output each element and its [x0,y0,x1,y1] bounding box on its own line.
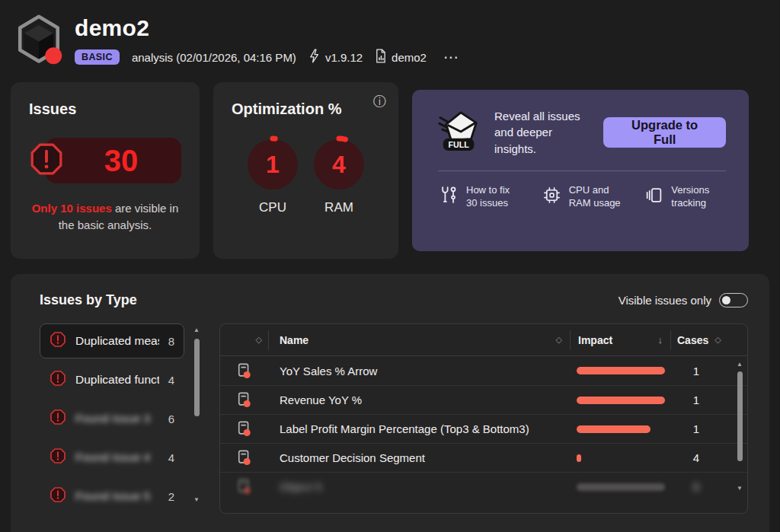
table-row[interactable]: Revenue YoY % 1 [220,385,747,414]
header-meta: BASIC analysis (02/01/2026, 04:16 PM) v1… [75,48,460,66]
measure-icon [220,420,269,438]
table-body: YoY Sales % Arrow 1 [220,356,747,501]
column-label: Name [280,334,308,346]
visible-issues-toggle-group: Visible issues only [619,293,748,307]
section-title: Issues by Type [40,292,137,308]
model-name-label: demo2 [392,51,427,64]
more-menu-button[interactable]: ⋯ [443,48,460,66]
gauge: 1 CPU [241,135,305,215]
section-head: Issues by Type Visible issues only [40,292,748,308]
impact-bar [577,425,651,433]
column-label: Cases [677,334,708,346]
sort-icon[interactable]: ◇ [556,335,562,345]
summary-cards-row: Issues 30 Only 10 issues are visible in … [11,82,769,259]
issue-type-item[interactable]: Found Issue 3 6 [40,401,184,436]
alert-octagon-icon [50,486,66,506]
upgrade-divider [438,170,726,171]
title-block: demo2 BASIC analysis (02/01/2026, 04:16 … [75,11,460,66]
issue-type-item[interactable]: Duplicated funct 4 [40,362,184,397]
alert-octagon-icon [50,331,66,351]
version-group: v1.9.12 [308,49,363,65]
toggle-label: Visible issues only [619,294,711,307]
issues-card: Issues 30 Only 10 issues are visible in … [11,82,200,259]
issue-type-count: 4 [168,374,174,387]
row-impact-cell [571,397,671,404]
alert-octagon-icon [50,409,66,428]
app-root: demo2 BASIC analysis (02/01/2026, 04:16 … [0,0,780,532]
section-content: Duplicated meas 8 Duplicated funct [40,323,748,514]
feature-label: CPU and RAM usage [569,183,624,210]
scrollbar-thumb[interactable] [194,339,200,416]
lightning-icon [308,49,320,65]
issue-type-list-panel: Duplicated meas 8 Duplicated funct [40,323,203,514]
list-scrollbar[interactable]: ▲ ▼ [192,327,201,503]
info-icon[interactable]: ⓘ [373,93,386,110]
row-cases: 1 [671,422,721,435]
issues-count-visual: 30 [29,138,181,183]
alert-octagon-icon [29,142,64,180]
upgrade-top-row: FULL Reveal all issues and deeper insigh… [438,108,726,157]
feature-cpu-ram: CPU and RAM usage [542,183,624,210]
column-label: Impact [578,334,612,346]
row-name: YoY Sales % Arrow [269,365,571,377]
gauges-row: 1 CPU 4 RAM [232,135,380,215]
table-row[interactable]: Object 5 8 [220,472,747,501]
row-name: Revenue YoY % [269,393,571,406]
issues-by-type-section: Issues by Type Visible issues only [11,274,769,532]
row-impact-cell [571,425,671,433]
column-header-impact[interactable]: Impact ↓ [571,330,671,350]
issue-type-list: Duplicated meas 8 Duplicated funct [40,323,184,514]
scroll-up-icon[interactable]: ▲ [735,361,744,368]
column-header-icon[interactable]: ◇ [220,330,269,350]
gauge-ring-icon: 4 [309,135,369,194]
model-group: demo2 [375,49,427,65]
issue-type-item[interactable]: Found Issue 4 4 [40,440,184,475]
table-scrollbar[interactable]: ▲ ▼ [735,361,744,492]
issue-type-item[interactable]: Duplicated meas 8 [40,323,184,358]
header: demo2 BASIC analysis (02/01/2026, 04:16 … [0,0,780,70]
issue-type-count: 2 [168,490,174,503]
issues-note: Only 10 issues are visible in the basic … [29,200,181,234]
gauge-label: CPU [241,200,305,215]
scroll-up-icon[interactable]: ▲ [192,327,201,333]
svg-text:FULL: FULL [448,140,469,149]
upgrade-card: FULL Reveal all issues and deeper insigh… [412,90,749,251]
impact-bar [577,454,581,462]
row-cases: 1 [671,393,721,406]
table-row[interactable]: Label Profit Margin Percentage (Top3 & B… [220,414,747,443]
issue-type-count: 8 [168,335,174,348]
scrollbar-thumb[interactable] [737,371,743,461]
feature-versions: Versions tracking [644,183,726,210]
measure-icon [220,391,269,409]
upgrade-button[interactable]: Upgrade to Full [603,117,726,148]
measure-icon [220,449,269,467]
version-label: v1.9.12 [325,51,363,64]
visible-issues-toggle[interactable] [719,293,748,307]
optimization-card-title: Optimization % [232,100,380,118]
issue-type-item[interactable]: Found Issue 5 2 [40,479,184,514]
column-header-cases[interactable]: Cases ◇ [671,330,721,350]
row-name: Object 5 [269,480,571,493]
table-row[interactable]: Customer Decision Segment 4 [220,443,747,472]
upgrade-features: How to fix 30 issues CPU and RAM usage [438,183,726,210]
alert-octagon-icon [50,448,66,467]
measure-icon [220,362,269,380]
scroll-down-icon[interactable]: ▼ [192,496,201,503]
page-title: demo2 [75,15,460,41]
issue-type-label: Duplicated meas [75,334,159,348]
measure-icon [220,478,269,495]
scroll-down-icon[interactable]: ▼ [735,485,744,492]
sort-icon[interactable]: ◇ [256,335,262,345]
column-header-name[interactable]: Name ◇ [269,330,571,350]
row-impact-cell [571,367,671,374]
issues-count-pill: 30 [46,138,181,183]
feature-how-to-fix: How to fix 30 issues [440,183,521,210]
impact-bar [577,483,665,491]
gauge-label: RAM [307,200,371,215]
table-row[interactable]: YoY Sales % Arrow 1 [220,356,747,385]
sort-desc-icon[interactable]: ↓ [658,334,663,346]
issue-type-label: Found Issue 5 [75,489,150,503]
alert-octagon-icon [50,370,66,390]
sort-icon[interactable]: ◇ [714,335,721,345]
analysis-timestamp: analysis (02/01/2026, 04:16 PM) [132,51,296,64]
